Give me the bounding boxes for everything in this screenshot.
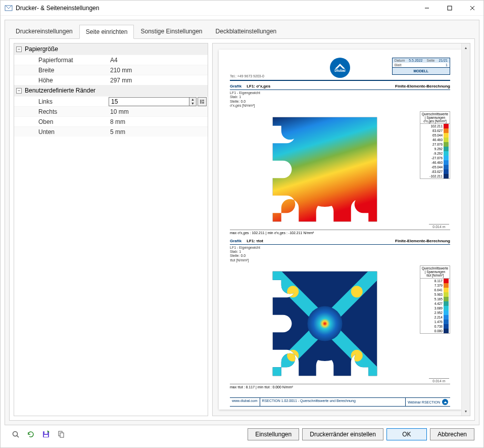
legend-row: 5.903 [420,292,450,297]
prop-value: 210 mm [110,67,208,74]
group-label: Benutzerdefinierte Ränder [25,87,95,94]
chart-footer: max σ'x,ges : 102.211 | min σ'x,ges : -1… [230,230,450,235]
dlubal-mini-logo-icon [442,399,448,405]
group-papiergroesse[interactable]: − Papiergröße [14,43,208,55]
chart-area [230,109,420,230]
row-papierformat[interactable]: Papierformat A4 [14,55,208,65]
legend-row: 1.476 [420,320,450,324]
minimize-button[interactable] [415,1,438,16]
prop-value: A4 [110,57,208,64]
collapse-icon[interactable]: − [16,88,22,94]
group-raender[interactable]: − Benutzerdefinierte Ränder [14,85,208,96]
prop-label: Höhe [14,77,110,84]
legend-row: 27.876 [420,142,450,147]
bottom-toolbar: Einstellungen Druckerränder einstellen O… [5,425,479,443]
svg-line-23 [17,436,19,438]
collapse-icon[interactable]: − [16,47,22,52]
svg-rect-5 [200,100,202,104]
row-breite[interactable]: Breite 210 mm [14,65,208,75]
title-bar: Drucker- & Seiteneinstellungen [1,1,483,16]
tab-sonstige-einstellungen[interactable]: Sonstige Einstellungen [134,24,209,38]
abbrechen-button[interactable]: Abbrechen [430,428,474,440]
svg-point-15 [308,306,343,341]
report-footer: www.dlubal.com RSECTION 1.02.0011 - Quer… [230,397,450,407]
chart-legend: Querschnittswerte | Spannungen σ'x,ges [… [420,111,450,179]
scroll-down-icon[interactable]: ▾ [462,407,470,416]
property-grid: − Papiergröße Papierformat A4 Breite 210… [14,43,208,416]
prop-label: Unten [14,128,110,136]
tab-deckblatteinstellungen[interactable]: Deckblatteinstellungen [209,24,283,38]
row-rechts[interactable]: Rechts 10 mm [14,106,208,116]
tab-seite-einrichten[interactable]: Seite einrichten [79,25,134,39]
legend-row: 3.689 [420,306,450,310]
legend-row: 65.044 [420,133,450,138]
svg-marker-21 [444,401,447,403]
row-unten[interactable]: Unten 5 mm [14,126,208,137]
svg-rect-28 [60,433,64,437]
chart-sigma-x: Grafik LF1: σ'x,ges Finite-Elemente-Bere… [230,84,450,235]
svg-rect-26 [44,435,48,437]
legend-row: 102.211 [420,124,450,128]
report-page: Tel.: +49 9673 9203-0 Dlubal Datum 5.5.2… [219,50,461,410]
svg-rect-25 [44,431,47,434]
save-button[interactable] [40,428,52,440]
dlubal-logo-icon: Dlubal [330,58,350,78]
app-icon [5,4,13,12]
search-button[interactable] [10,428,22,440]
svg-point-22 [13,432,18,436]
units-button[interactable] [198,97,207,106]
einstellungen-button[interactable]: Einstellungen [248,428,299,440]
legend-row: 0.000 [420,329,450,333]
preview-scrollbar[interactable]: ▴ ▾ [461,43,470,416]
legend-row: -65.044 [420,165,450,169]
row-links[interactable]: Links ▲▼ [14,96,208,106]
scroll-up-icon[interactable]: ▴ [462,43,470,52]
legend-row: 7.379 [420,283,450,288]
svg-rect-7 [202,102,204,104]
svg-rect-6 [202,100,204,101]
legend-row: 8.117 [420,279,450,283]
legend-row: -46.460 [420,160,450,165]
svg-point-16 [287,286,299,297]
legend-row: -27.876 [420,156,450,160]
prop-label: Papierformat [14,57,110,64]
svg-rect-10 [273,117,377,221]
chart-footer: max τtot : 8.117 | min τtot : 0.000 N/mm… [230,384,450,389]
legend-row: 2.952 [420,310,450,315]
row-oben[interactable]: Oben 8 mm [14,116,208,126]
legend-row: -9.292 [420,151,450,156]
prop-label: Breite [14,67,110,74]
window-title: Drucker- & Seiteneinstellungen [16,5,99,12]
row-hoehe[interactable]: Höhe 297 mm [14,75,208,85]
tab-druckereinstellungen[interactable]: Druckereinstellungen [9,24,79,38]
maximize-button[interactable] [438,1,461,16]
group-label: Papiergröße [25,46,58,53]
refresh-button[interactable] [25,428,37,440]
links-input[interactable] [109,97,189,106]
scale-bar: 0.014 m [429,224,449,229]
ok-button[interactable]: OK [386,428,427,440]
legend-row: 0.738 [420,324,450,329]
druckerraender-button[interactable]: Druckerränder einstellen [302,428,383,440]
legend-row: 46.460 [420,138,450,142]
legend-row: 2.214 [420,315,450,320]
links-spinner[interactable]: ▲▼ [189,97,197,106]
close-button[interactable] [461,1,483,16]
legend-row: 4.427 [420,301,450,306]
svg-point-18 [287,350,299,362]
tab-strip: Druckereinstellungen Seite einrichten So… [5,20,479,38]
legend-row: 5.165 [420,297,450,301]
legend-row: -102.211 [420,174,450,178]
copy-button[interactable] [55,428,67,440]
chart-area [230,263,420,384]
svg-point-19 [351,350,363,362]
legend-row: 83.627 [420,128,450,133]
scale-bar: 0.014 m [429,378,449,383]
prop-label: Rechts [14,108,110,115]
chart-legend: Querschnittswerte | Spannungen τtot [N/m… [420,265,450,333]
report-tel: Tel.: +49 9673 9203-0 [230,74,330,78]
svg-rect-2 [448,6,452,10]
prop-value: 297 mm [110,77,208,84]
prop-label: Oben [14,118,110,125]
legend-row: 6.641 [420,288,450,292]
